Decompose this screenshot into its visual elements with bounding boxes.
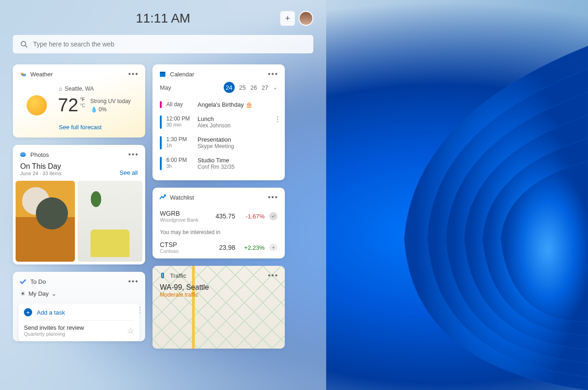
widgets-panel: 11:11 AM + Weather ••• ⌂Seattle, WA (0, 0, 326, 390)
traffic-icon (159, 272, 166, 279)
calendar-day[interactable]: 25 (239, 84, 246, 91)
calendar-icon (159, 70, 166, 78)
traffic-status: Moderate traffic (160, 292, 277, 298)
calendar-title: Calendar (170, 71, 194, 78)
interest-label: You may be interested in (153, 227, 285, 236)
task-subtitle: Quarterly planning (24, 331, 84, 337)
svg-point-10 (162, 275, 163, 276)
traffic-route: WA-99, Seattle (160, 283, 277, 292)
todo-widget[interactable]: To Do ••• ☀ My Day ⌄ + Add a task (13, 272, 145, 341)
svg-rect-7 (160, 72, 165, 73)
task-item[interactable]: Send invites for review Quarterly planni… (24, 320, 134, 337)
task-title: Send invites for review (24, 324, 84, 331)
svg-point-0 (21, 41, 26, 46)
calendar-day[interactable]: 24 (224, 82, 235, 93)
calendar-more-button[interactable]: ••• (268, 70, 278, 78)
forecast-link[interactable]: See full forecast (59, 124, 102, 131)
weather-widget[interactable]: Weather ••• ⌂Seattle, WA 72°F°C Strong U… (13, 64, 145, 138)
svg-point-11 (162, 276, 163, 277)
weather-more-button[interactable]: ••• (128, 70, 139, 78)
chevron-down-icon: ⌄ (51, 290, 57, 297)
add-widget-button[interactable]: + (280, 11, 295, 26)
calendar-month[interactable]: May (160, 84, 218, 91)
search-box[interactable] (13, 35, 313, 53)
user-avatar[interactable] (299, 11, 313, 26)
star-icon[interactable]: ☆ (127, 326, 134, 336)
svg-point-3 (22, 74, 26, 76)
calendar-day[interactable]: 27 (262, 84, 268, 91)
plus-icon: + (24, 308, 32, 316)
weather-icon (19, 70, 27, 78)
check-icon[interactable] (269, 212, 277, 220)
photo-thumbnail[interactable] (78, 181, 142, 262)
calendar-day[interactable]: 26 (250, 84, 257, 91)
chevron-down-icon[interactable]: ⌄ (273, 84, 277, 91)
myday-selector[interactable]: ☀ My Day ⌄ (13, 289, 145, 301)
photos-title: Photos (30, 151, 49, 158)
svg-point-9 (162, 274, 163, 275)
photos-heading: On This Day (20, 162, 62, 171)
temperature: 72°F°C (58, 95, 79, 115)
home-icon: ⌂ (59, 86, 62, 92)
calendar-event[interactable]: All day Angela's Birthday 🎂 (157, 98, 280, 112)
see-all-link[interactable]: See all (119, 169, 138, 176)
todo-icon (19, 278, 27, 285)
sun-outline-icon: ☀ (20, 290, 26, 297)
traffic-widget[interactable]: Traffic ••• WA-99, Seattle Moderate traf… (153, 266, 285, 349)
weather-title: Weather (30, 71, 53, 78)
traffic-more-button[interactable]: ••• (268, 271, 278, 280)
photos-widget[interactable]: Photos ••• On This Day June 24 · 33 item… (13, 145, 145, 264)
watchlist-widget[interactable]: Watchlist ••• WGRBWoodgrove Bank 435.75 … (153, 188, 285, 258)
search-icon (20, 40, 28, 48)
clock: 11:11 AM (136, 11, 190, 26)
calendar-event[interactable]: 6:00 PM3h Studio TimeConf Rm 32/35 (157, 153, 280, 174)
svg-point-5 (20, 152, 26, 156)
stock-row[interactable]: CTSPContoso 23.98 +2.23% + (153, 236, 285, 258)
photo-thumbnail[interactable] (16, 181, 75, 262)
precipitation: 💧 0% (90, 106, 131, 113)
todo-title: To Do (30, 278, 46, 285)
todo-more-button[interactable]: ••• (128, 277, 139, 286)
search-input[interactable] (33, 40, 306, 48)
stock-row[interactable]: WGRBWoodgrove Bank 435.75 -1.67% (153, 205, 285, 227)
photos-subtitle: June 24 · 33 items (20, 171, 62, 176)
sun-icon (27, 95, 47, 115)
svg-line-1 (25, 46, 27, 47)
calendar-event[interactable]: 12:00 PM30 min LunchAlex Johnson (157, 112, 280, 132)
watchlist-more-button[interactable]: ••• (268, 193, 278, 201)
weather-condition: Strong UV today (90, 98, 131, 104)
calendar-event[interactable]: 1:30 PM1h PresentationSkype Meeting (157, 132, 280, 153)
add-task-button[interactable]: + Add a task (24, 308, 134, 320)
watchlist-icon (159, 194, 166, 201)
calendar-widget[interactable]: Calendar ••• May 24 25 26 27 ⌄ All day A… (153, 64, 285, 180)
watchlist-title: Watchlist (170, 194, 194, 201)
photos-more-button[interactable]: ••• (128, 150, 139, 159)
photos-icon (19, 151, 27, 158)
traffic-title: Traffic (170, 272, 186, 279)
weather-location: Seattle, WA (65, 86, 94, 92)
add-stock-button[interactable]: + (269, 243, 277, 252)
